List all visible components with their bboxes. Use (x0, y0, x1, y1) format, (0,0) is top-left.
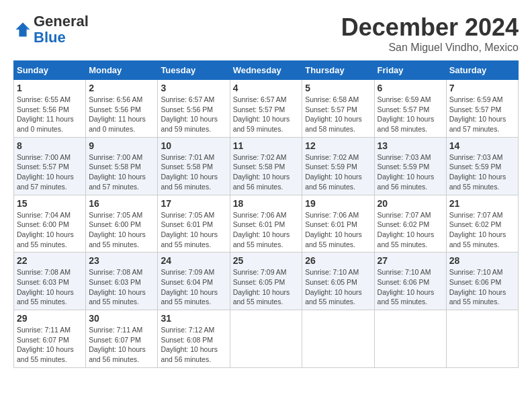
calendar-cell: 18Sunrise: 7:06 AM Sunset: 6:01 PM Dayli… (230, 195, 302, 253)
day-number: 31 (161, 313, 226, 324)
calendar-table: SundayMondayTuesdayWednesdayThursdayFrid… (13, 60, 519, 368)
calendar-header-thursday: Thursday (302, 61, 374, 80)
day-number: 26 (305, 255, 371, 266)
day-info: Sunrise: 7:10 AM Sunset: 6:05 PM Dayligh… (305, 267, 371, 307)
calendar-cell: 16Sunrise: 7:05 AM Sunset: 6:00 PM Dayli… (86, 195, 158, 253)
calendar-cell (446, 310, 518, 368)
day-info: Sunrise: 7:01 AM Sunset: 5:58 PM Dayligh… (161, 152, 226, 192)
day-number: 9 (89, 140, 154, 151)
day-number: 30 (89, 313, 154, 324)
day-number: 25 (233, 255, 300, 266)
month-title: December 2024 (341, 13, 519, 42)
calendar-cell: 21Sunrise: 7:07 AM Sunset: 6:02 PM Dayli… (446, 195, 518, 253)
day-number: 3 (161, 83, 226, 93)
day-number: 15 (17, 198, 83, 209)
day-number: 21 (449, 198, 515, 209)
calendar-week-row: 8Sunrise: 7:00 AM Sunset: 5:57 PM Daylig… (14, 137, 519, 195)
day-number: 4 (233, 83, 300, 93)
calendar-cell: 1Sunrise: 6:55 AM Sunset: 5:56 PM Daylig… (14, 80, 86, 138)
day-number: 27 (378, 255, 443, 266)
day-number: 17 (161, 198, 226, 209)
calendar-header-saturday: Saturday (446, 61, 518, 80)
calendar-cell: 24Sunrise: 7:09 AM Sunset: 6:04 PM Dayli… (158, 253, 230, 310)
day-info: Sunrise: 7:08 AM Sunset: 6:03 PM Dayligh… (89, 267, 154, 307)
calendar-cell: 15Sunrise: 7:04 AM Sunset: 6:00 PM Dayli… (14, 195, 86, 253)
day-number: 22 (17, 255, 83, 266)
day-number: 18 (233, 198, 300, 209)
day-info: Sunrise: 7:08 AM Sunset: 6:03 PM Dayligh… (17, 267, 83, 307)
day-info: Sunrise: 7:07 AM Sunset: 6:02 PM Dayligh… (449, 210, 515, 250)
calendar-header-friday: Friday (374, 61, 446, 80)
day-info: Sunrise: 7:04 AM Sunset: 6:00 PM Dayligh… (17, 210, 83, 250)
day-number: 8 (17, 140, 83, 151)
calendar-cell: 19Sunrise: 7:06 AM Sunset: 6:01 PM Dayli… (302, 195, 374, 253)
day-number: 24 (161, 255, 226, 266)
calendar-cell: 28Sunrise: 7:10 AM Sunset: 6:06 PM Dayli… (446, 253, 518, 310)
calendar-cell: 14Sunrise: 7:03 AM Sunset: 5:59 PM Dayli… (446, 137, 518, 195)
day-info: Sunrise: 7:10 AM Sunset: 6:06 PM Dayligh… (449, 267, 515, 307)
day-info: Sunrise: 7:11 AM Sunset: 6:07 PM Dayligh… (17, 325, 83, 365)
day-number: 13 (378, 140, 443, 151)
day-info: Sunrise: 7:09 AM Sunset: 6:04 PM Dayligh… (161, 267, 226, 307)
calendar-cell: 22Sunrise: 7:08 AM Sunset: 6:03 PM Dayli… (14, 253, 86, 310)
day-info: Sunrise: 7:07 AM Sunset: 6:02 PM Dayligh… (378, 210, 443, 250)
calendar-cell: 23Sunrise: 7:08 AM Sunset: 6:03 PM Dayli… (86, 253, 158, 310)
calendar-cell: 31Sunrise: 7:12 AM Sunset: 6:08 PM Dayli… (158, 310, 230, 368)
day-info: Sunrise: 7:03 AM Sunset: 5:59 PM Dayligh… (449, 152, 515, 192)
day-info: Sunrise: 7:02 AM Sunset: 5:59 PM Dayligh… (305, 152, 371, 192)
calendar-cell (302, 310, 374, 368)
day-info: Sunrise: 6:59 AM Sunset: 5:57 PM Dayligh… (378, 95, 443, 134)
calendar-week-row: 22Sunrise: 7:08 AM Sunset: 6:03 PM Dayli… (14, 253, 519, 310)
day-number: 28 (449, 255, 515, 266)
calendar-cell: 6Sunrise: 6:59 AM Sunset: 5:57 PM Daylig… (374, 80, 446, 138)
calendar-cell: 30Sunrise: 7:11 AM Sunset: 6:07 PM Dayli… (86, 310, 158, 368)
day-info: Sunrise: 6:57 AM Sunset: 5:57 PM Dayligh… (233, 95, 300, 134)
calendar-week-row: 1Sunrise: 6:55 AM Sunset: 5:56 PM Daylig… (14, 80, 519, 138)
calendar-cell: 8Sunrise: 7:00 AM Sunset: 5:57 PM Daylig… (14, 137, 86, 195)
day-info: Sunrise: 7:02 AM Sunset: 5:58 PM Dayligh… (233, 152, 300, 192)
day-number: 12 (305, 140, 371, 151)
day-info: Sunrise: 7:10 AM Sunset: 6:06 PM Dayligh… (378, 267, 443, 307)
calendar-cell: 3Sunrise: 6:57 AM Sunset: 5:56 PM Daylig… (158, 80, 230, 138)
day-info: Sunrise: 7:11 AM Sunset: 6:07 PM Dayligh… (89, 325, 154, 365)
day-number: 23 (89, 255, 154, 266)
calendar-cell: 5Sunrise: 6:58 AM Sunset: 5:57 PM Daylig… (302, 80, 374, 138)
calendar-cell: 29Sunrise: 7:11 AM Sunset: 6:07 PM Dayli… (14, 310, 86, 368)
day-number: 1 (17, 83, 83, 93)
day-info: Sunrise: 7:03 AM Sunset: 5:59 PM Dayligh… (378, 152, 443, 192)
calendar-header-row: SundayMondayTuesdayWednesdayThursdayFrid… (14, 61, 519, 80)
day-info: Sunrise: 6:59 AM Sunset: 5:57 PM Dayligh… (449, 95, 515, 134)
calendar-cell: 11Sunrise: 7:02 AM Sunset: 5:58 PM Dayli… (230, 137, 302, 195)
day-info: Sunrise: 7:05 AM Sunset: 6:01 PM Dayligh… (161, 210, 226, 250)
calendar-cell: 9Sunrise: 7:00 AM Sunset: 5:58 PM Daylig… (86, 137, 158, 195)
logo-text: General Blue (34, 13, 89, 46)
day-number: 16 (89, 198, 154, 209)
day-info: Sunrise: 7:12 AM Sunset: 6:08 PM Dayligh… (161, 325, 226, 365)
calendar-cell: 4Sunrise: 6:57 AM Sunset: 5:57 PM Daylig… (230, 80, 302, 138)
logo-blue-text: Blue (34, 29, 66, 46)
day-info: Sunrise: 6:57 AM Sunset: 5:56 PM Dayligh… (161, 95, 226, 134)
day-number: 7 (449, 83, 515, 93)
logo-icon (13, 20, 32, 39)
calendar-cell: 20Sunrise: 7:07 AM Sunset: 6:02 PM Dayli… (374, 195, 446, 253)
calendar-cell: 7Sunrise: 6:59 AM Sunset: 5:57 PM Daylig… (446, 80, 518, 138)
calendar-cell: 26Sunrise: 7:10 AM Sunset: 6:05 PM Dayli… (302, 253, 374, 310)
page-header: General Blue December 2024 San Miguel Vi… (13, 13, 519, 54)
day-info: Sunrise: 7:00 AM Sunset: 5:58 PM Dayligh… (89, 152, 154, 192)
day-number: 14 (449, 140, 515, 151)
day-number: 29 (17, 313, 83, 324)
calendar-cell: 17Sunrise: 7:05 AM Sunset: 6:01 PM Dayli… (158, 195, 230, 253)
day-number: 2 (89, 83, 154, 93)
calendar-header-sunday: Sunday (14, 61, 86, 80)
calendar-header-tuesday: Tuesday (158, 61, 230, 80)
day-number: 20 (378, 198, 443, 209)
day-info: Sunrise: 7:06 AM Sunset: 6:01 PM Dayligh… (305, 210, 371, 250)
day-info: Sunrise: 6:55 AM Sunset: 5:56 PM Dayligh… (17, 95, 83, 134)
day-info: Sunrise: 6:58 AM Sunset: 5:57 PM Dayligh… (305, 95, 371, 134)
calendar-cell: 25Sunrise: 7:09 AM Sunset: 6:05 PM Dayli… (230, 253, 302, 310)
day-number: 10 (161, 140, 226, 151)
day-number: 19 (305, 198, 371, 209)
calendar-week-row: 15Sunrise: 7:04 AM Sunset: 6:00 PM Dayli… (14, 195, 519, 253)
day-info: Sunrise: 7:06 AM Sunset: 6:01 PM Dayligh… (233, 210, 300, 250)
location-subtitle: San Miguel Vindho, Mexico (341, 42, 519, 54)
